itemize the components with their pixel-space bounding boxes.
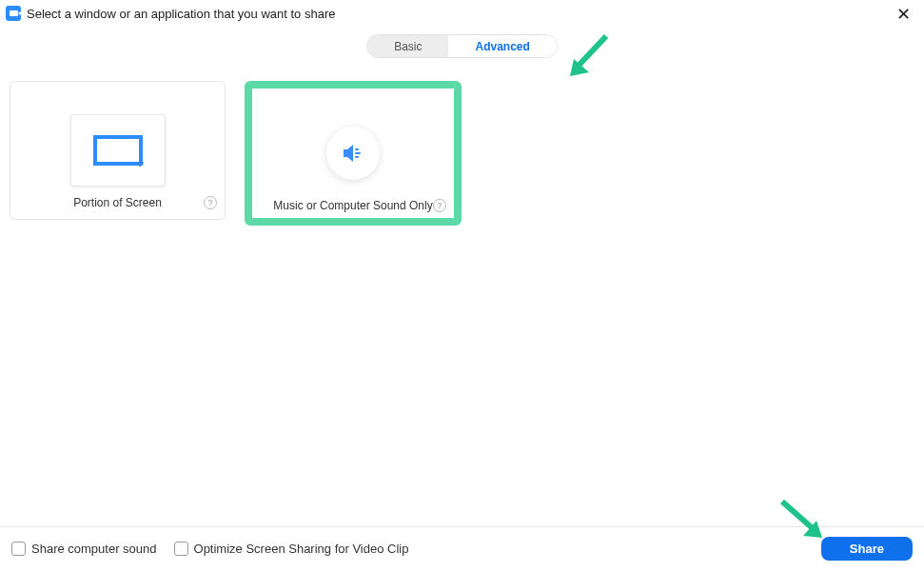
card-music-or-sound[interactable]: Music or Computer Sound Only ? (245, 81, 462, 226)
checkbox-label: Share computer sound (31, 542, 157, 556)
tab-group: Basic Advanced (366, 34, 558, 58)
checkbox-icon (174, 542, 188, 556)
checkbox-label: Optimize Screen Sharing for Video Clip (194, 542, 409, 556)
card-portion-of-screen[interactable]: Portion of Screen ? (10, 81, 226, 220)
speaker-icon (326, 127, 380, 180)
annotation-arrow-icon (566, 34, 614, 82)
share-button[interactable]: Share (821, 537, 913, 561)
tab-advanced[interactable]: Advanced (448, 35, 556, 57)
checkbox-share-sound[interactable]: Share computer sound (11, 542, 157, 556)
zoom-app-icon (6, 6, 21, 21)
portion-preview-icon (70, 114, 166, 187)
help-icon[interactable]: ? (433, 199, 446, 212)
tab-basic[interactable]: Basic (367, 35, 448, 57)
help-icon[interactable]: ? (204, 196, 217, 209)
checkbox-icon (11, 542, 26, 556)
checkbox-optimize-video[interactable]: Optimize Screen Sharing for Video Clip (174, 542, 409, 556)
card-label: Portion of Screen (10, 196, 225, 209)
card-label: Music or Computer Sound Only (252, 199, 454, 212)
annotation-arrow-icon (777, 498, 829, 545)
dialog-title: Select a window or an application that y… (27, 7, 335, 21)
close-icon[interactable]: ✕ (896, 6, 911, 23)
